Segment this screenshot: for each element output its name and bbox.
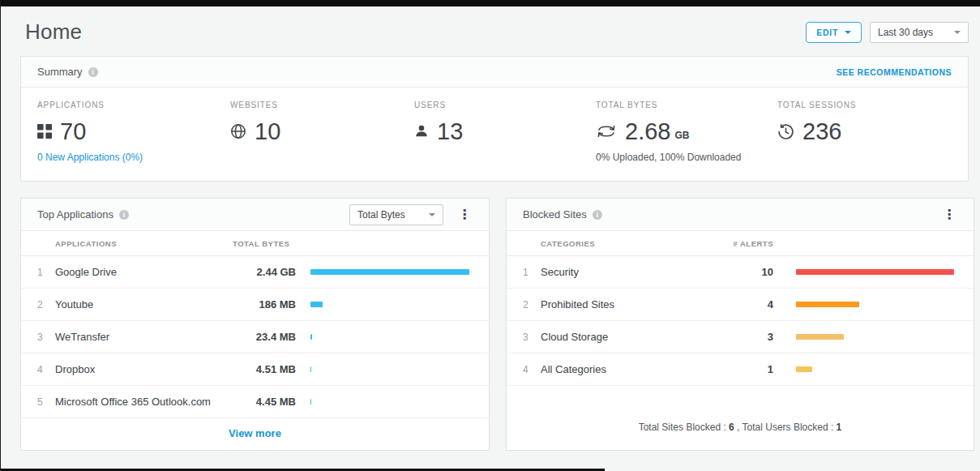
table-row[interactable]: 2 Youtube 186 MB bbox=[21, 289, 489, 321]
table-row[interactable]: 4 Dropbox 4.51 MB bbox=[21, 353, 489, 386]
row-rank: 2 bbox=[523, 299, 541, 310]
dashboard-page: Home EDIT Last 30 days Summary i SEE REC… bbox=[0, 0, 980, 471]
kebab-menu-icon[interactable]: ⋮ bbox=[941, 208, 957, 221]
row-value: 4 bbox=[719, 298, 773, 310]
top-applications-title: Top Applications bbox=[37, 208, 113, 221]
table-row[interactable]: 2 Prohibited Sites 4 bbox=[507, 289, 974, 321]
stat-total-sessions: TOTAL SESSIONS 236 bbox=[777, 101, 952, 163]
history-clock-icon bbox=[777, 123, 794, 140]
chevron-down-icon bbox=[954, 31, 961, 34]
stat-label: USERS bbox=[414, 101, 596, 109]
value-bar bbox=[310, 269, 469, 275]
value-bar bbox=[796, 269, 954, 275]
table-row[interactable]: 1 Security 10 bbox=[507, 256, 974, 289]
application-name: Youtube bbox=[55, 298, 233, 310]
info-icon[interactable]: i bbox=[593, 210, 602, 220]
table-header: APPLICATIONS TOTAL BYTES bbox=[21, 231, 489, 256]
blocked-sites-totals: Total Sites Blocked : 6 , Total Users Bl… bbox=[507, 386, 974, 433]
stat-users: USERS 13 bbox=[414, 101, 596, 163]
header-controls: EDIT Last 30 days bbox=[806, 22, 969, 43]
new-applications-link[interactable]: 0 New Applications (0%) bbox=[37, 152, 230, 163]
apps-grid-icon bbox=[37, 124, 52, 139]
transfer-arrows-icon bbox=[596, 123, 617, 139]
blocked-sites-card: Blocked Sites i ⋮ CATEGORIES # ALERTS 1 … bbox=[506, 198, 974, 451]
row-rank: 3 bbox=[37, 332, 55, 343]
stat-unit: GB bbox=[674, 130, 689, 144]
edit-button-label: EDIT bbox=[816, 28, 838, 37]
application-name: Google Drive bbox=[55, 266, 233, 278]
stat-total-bytes: TOTAL BYTES 2.68 GB 0% Uploaded, 100% Do… bbox=[596, 101, 777, 163]
categories-column-header: CATEGORIES bbox=[541, 239, 719, 248]
info-icon[interactable]: i bbox=[88, 67, 98, 77]
row-rank: 2 bbox=[37, 299, 55, 310]
table-row[interactable]: 3 WeTransfer 23.4 MB bbox=[21, 321, 489, 353]
stat-label: TOTAL BYTES bbox=[596, 101, 777, 109]
row-rank: 4 bbox=[37, 364, 55, 375]
row-rank: 4 bbox=[523, 364, 541, 375]
view-more-link[interactable]: View more bbox=[229, 427, 281, 439]
stat-applications: APPLICATIONS 70 0 New Applications (0%) bbox=[37, 101, 230, 163]
summary-card-header: Summary i SEE RECOMMENDATIONS bbox=[21, 57, 968, 88]
stat-value: 10 bbox=[255, 118, 280, 145]
stat-value: 13 bbox=[437, 118, 463, 145]
chevron-down-icon bbox=[845, 31, 851, 34]
table-row[interactable]: 1 Google Drive 2.44 GB bbox=[21, 256, 489, 289]
table-row[interactable]: 4 All Categories 1 bbox=[507, 353, 974, 386]
value-bar bbox=[796, 366, 812, 372]
globe-icon bbox=[230, 123, 246, 139]
value-bar bbox=[310, 334, 312, 340]
stat-label: TOTAL SESSIONS bbox=[777, 101, 952, 109]
stat-websites: WEBSITES 10 bbox=[230, 101, 414, 163]
table-row[interactable]: 3 Cloud Storage 3 bbox=[507, 321, 974, 353]
row-value: 23.4 MB bbox=[233, 331, 296, 343]
alerts-column-header: # ALERTS bbox=[719, 239, 773, 248]
applications-column-header: APPLICATIONS bbox=[55, 239, 233, 248]
row-value: 2.44 GB bbox=[233, 266, 296, 278]
total-users-blocked-label: , Total Users Blocked : bbox=[734, 422, 837, 433]
value-bar bbox=[310, 302, 323, 307]
top-applications-header: Top Applications i Total Bytes ⋮ bbox=[21, 199, 489, 231]
summary-stats: APPLICATIONS 70 0 New Applications (0%) … bbox=[21, 88, 968, 181]
chevron-down-icon bbox=[429, 213, 435, 216]
row-value: 10 bbox=[719, 266, 773, 278]
bottom-cards-row: Top Applications i Total Bytes ⋮ APPLICA… bbox=[20, 198, 969, 451]
row-rank: 1 bbox=[523, 267, 541, 278]
category-name: All Categories bbox=[541, 363, 719, 375]
info-icon[interactable]: i bbox=[119, 210, 129, 220]
top-applications-card: Top Applications i Total Bytes ⋮ APPLICA… bbox=[20, 198, 490, 451]
row-value: 4.45 MB bbox=[233, 396, 296, 408]
category-name: Cloud Storage bbox=[541, 331, 719, 343]
total-bytes-column-header: TOTAL BYTES bbox=[233, 239, 296, 248]
date-range-value: Last 30 days bbox=[878, 27, 933, 38]
category-name: Security bbox=[541, 266, 719, 278]
row-value: 3 bbox=[719, 331, 773, 343]
upload-download-split: 0% Uploaded, 100% Downloaded bbox=[596, 152, 777, 163]
page-header: Home EDIT Last 30 days bbox=[1, 6, 980, 56]
edit-button[interactable]: EDIT bbox=[806, 22, 862, 43]
row-value: 4.51 MB bbox=[233, 363, 296, 375]
page-title: Home bbox=[25, 19, 82, 45]
row-rank: 3 bbox=[523, 332, 541, 343]
application-name: WeTransfer bbox=[55, 331, 233, 343]
row-rank: 5 bbox=[37, 396, 55, 408]
application-name: Dropbox bbox=[55, 363, 233, 375]
metric-select[interactable]: Total Bytes bbox=[349, 204, 443, 225]
blocked-sites-title: Blocked Sites bbox=[523, 208, 587, 221]
row-rank: 1 bbox=[37, 267, 55, 278]
row-value: 1 bbox=[719, 363, 773, 375]
row-value: 186 MB bbox=[233, 298, 296, 310]
table-row[interactable]: 5 Microsoft Office 365 Outlook.com 4.45 … bbox=[21, 386, 489, 418]
stat-value: 70 bbox=[60, 118, 86, 145]
kebab-menu-icon[interactable]: ⋮ bbox=[456, 208, 473, 221]
application-name: Microsoft Office 365 Outlook.com bbox=[55, 396, 233, 408]
total-users-blocked-value: 1 bbox=[837, 422, 842, 433]
user-icon bbox=[414, 124, 429, 139]
see-recommendations-link[interactable]: SEE RECOMMENDATIONS bbox=[837, 67, 952, 77]
summary-title: Summary bbox=[37, 66, 83, 78]
total-sites-blocked-label: Total Sites Blocked : bbox=[639, 422, 729, 433]
summary-card: Summary i SEE RECOMMENDATIONS APPLICATIO… bbox=[20, 56, 969, 182]
table-header: CATEGORIES # ALERTS bbox=[507, 231, 974, 256]
date-range-select[interactable]: Last 30 days bbox=[870, 22, 969, 43]
value-bar bbox=[796, 334, 844, 340]
value-bar bbox=[796, 302, 859, 307]
